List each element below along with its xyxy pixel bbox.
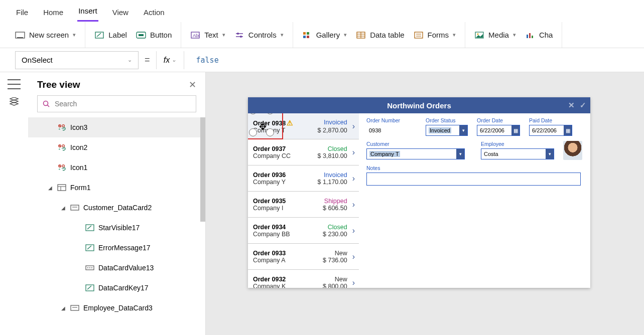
menu-view[interactable]: View — [111, 4, 130, 22]
chevron-right-icon[interactable]: › — [350, 148, 357, 157]
chevron-right-icon[interactable]: › — [350, 200, 357, 209]
datatable-button[interactable]: Data table — [356, 31, 404, 39]
chart-button[interactable]: Cha — [525, 31, 553, 39]
menu-file[interactable]: File — [15, 4, 29, 22]
new-screen-button[interactable]: New screen ▾ — [15, 31, 76, 39]
svg-rect-20 — [415, 32, 423, 38]
tree-item[interactable]: ◢Form1 — [28, 178, 205, 198]
order-gallery[interactable]: ✥Order 0938 ⚠InvoicedCompany T$ 2,870.00… — [248, 113, 359, 288]
status-label: Order Status — [426, 117, 468, 123]
button-button[interactable]: Button — [136, 31, 172, 39]
media-button[interactable]: Media ▾ — [474, 31, 516, 39]
order-row[interactable]: Order 0934ClosedCompany BB$ 230.00› — [248, 218, 359, 244]
hamburger-icon[interactable] — [8, 79, 21, 89]
tree-item-label: DataCardValue13 — [98, 264, 154, 272]
datatable-icon — [356, 31, 366, 39]
status-dropdown[interactable]: Invoiced▾ — [426, 125, 468, 136]
customer-dropdown[interactable]: Company T▾ — [366, 148, 465, 159]
label-button[interactable]: Label — [94, 31, 127, 39]
tree-item[interactable]: +Icon3 — [28, 117, 205, 137]
node-icon — [85, 224, 94, 231]
chart-label: Cha — [539, 31, 553, 39]
chevron-right-icon[interactable]: › — [350, 226, 357, 235]
menu-home[interactable]: Home — [42, 4, 64, 22]
svg-rect-47 — [86, 225, 94, 231]
svg-text:+: + — [58, 167, 61, 171]
svg-line-48 — [87, 226, 91, 229]
property-selector[interactable]: OnSelect ⌄ — [15, 51, 139, 69]
chevron-down-icon: ▾ — [456, 149, 464, 159]
tree-item[interactable]: +Icon1 — [28, 157, 205, 178]
order-row[interactable]: Order 0936InvoicedCompany Y$ 1,170.00› — [248, 165, 359, 192]
svg-rect-55 — [86, 285, 94, 291]
paiddate-picker[interactable]: 6/22/2006▦ — [529, 125, 572, 136]
chevron-down-icon: ▾ — [453, 32, 456, 38]
fx-label[interactable]: fx ⌄ — [156, 51, 184, 69]
order-row[interactable]: Order 0937ClosedCompany CC$ 3,810.00› — [248, 139, 359, 165]
ordernum-label: Order Number — [366, 117, 417, 123]
tree-item-label: Employee_DataCard3 — [83, 304, 153, 312]
forms-button[interactable]: Forms ▾ — [414, 31, 456, 39]
accept-icon[interactable]: ✓ — [580, 101, 586, 110]
tree-item-label: Customer_DataCard2 — [83, 204, 152, 212]
expand-icon[interactable]: ◢ — [61, 305, 66, 311]
gallery-button[interactable]: Gallery ▾ — [302, 31, 347, 39]
tree-item[interactable]: StarVisible17 — [28, 218, 205, 238]
close-icon[interactable]: ✕ — [189, 79, 196, 90]
chevron-down-icon: ▾ — [459, 125, 467, 135]
employee-label: Employee — [481, 141, 554, 147]
orderdate-picker[interactable]: 6/22/2006▦ — [477, 125, 520, 136]
svg-rect-57 — [71, 305, 79, 310]
search-input[interactable] — [54, 99, 191, 108]
order-row[interactable]: ✥Order 0938 ⚠InvoicedCompany T$ 2,870.00… — [248, 113, 359, 139]
text-button[interactable]: Abc Text ▾ — [190, 31, 225, 39]
menu-action[interactable]: Action — [143, 4, 166, 22]
search-box[interactable] — [37, 95, 196, 112]
tree-item[interactable]: ◢Customer_DataCard2 — [28, 198, 205, 218]
tree-item-label: Icon2 — [70, 143, 87, 151]
chevron-right-icon[interactable]: › — [350, 278, 357, 287]
menu-insert[interactable]: Insert — [77, 3, 98, 22]
move-icon[interactable]: ✥ — [259, 121, 267, 132]
controls-icon — [234, 31, 244, 39]
order-form: Order Number 0938 Order Status Invoiced▾… — [359, 113, 590, 288]
chevron-right-icon[interactable]: › — [350, 252, 357, 261]
notes-input[interactable] — [366, 173, 581, 186]
button-icon — [136, 31, 146, 39]
tree-item[interactable]: DataCardValue13 — [28, 258, 205, 278]
svg-rect-2 — [95, 32, 103, 38]
fx-text: fx — [164, 56, 170, 65]
chevron-right-icon[interactable]: › — [350, 174, 357, 183]
canvas[interactable]: Northwind Orders ✕ ✓ ✥Order 0938 ⚠Invoic… — [206, 72, 644, 335]
property-name: OnSelect — [22, 56, 53, 64]
selection-handles[interactable]: ✥ — [248, 113, 283, 139]
svg-point-11 — [240, 36, 242, 38]
formula-input[interactable]: false — [190, 51, 629, 69]
tree-item[interactable]: ◢Employee_DataCard3 — [28, 298, 205, 318]
app-preview: Northwind Orders ✕ ✓ ✥Order 0938 ⚠Invoic… — [248, 97, 590, 288]
tree-view-panel: Tree view ✕ +Icon3+Icon2+Icon1◢Form1◢Cus… — [28, 72, 206, 335]
gallery-label: Gallery — [316, 31, 340, 39]
tree-view-icon[interactable] — [9, 97, 20, 106]
employee-dropdown[interactable]: Costa▾ — [481, 148, 554, 159]
tree-item[interactable]: DataCardKey17 — [28, 278, 205, 298]
order-row[interactable]: Order 0932NewCompany K$ 800.00› — [248, 270, 359, 288]
svg-rect-42 — [58, 185, 66, 191]
media-label: Media — [488, 31, 509, 39]
tree-item[interactable]: +Icon2 — [28, 137, 205, 157]
ordernum-value: 0938 — [366, 125, 417, 136]
order-row[interactable]: Order 0933NewCompany A$ 736.00› — [248, 244, 359, 270]
order-row[interactable]: Order 0935ShippedCompany I$ 606.50› — [248, 192, 359, 218]
node-icon — [85, 264, 94, 271]
controls-button[interactable]: Controls ▾ — [234, 31, 284, 39]
chevron-right-icon[interactable]: › — [350, 122, 357, 131]
cancel-icon[interactable]: ✕ — [568, 101, 575, 110]
expand-icon[interactable]: ◢ — [61, 205, 66, 211]
chevron-down-icon: ⌄ — [127, 57, 132, 63]
svg-point-24 — [477, 33, 479, 35]
notes-label: Notes — [366, 165, 583, 171]
tree-item[interactable]: ErrorMessage17 — [28, 238, 205, 258]
scrollbar[interactable] — [200, 117, 205, 222]
expand-icon[interactable]: ◢ — [48, 185, 53, 191]
svg-line-50 — [87, 246, 91, 249]
